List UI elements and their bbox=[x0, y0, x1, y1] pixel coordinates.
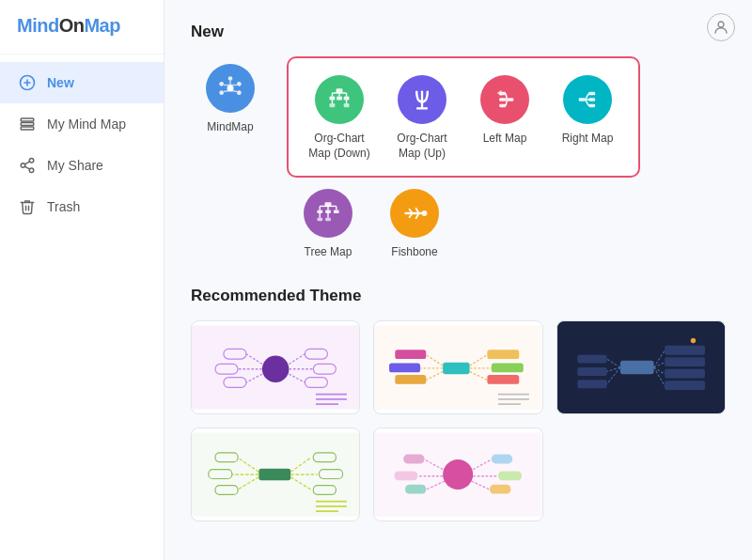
svg-rect-27 bbox=[344, 103, 350, 107]
svg-rect-88 bbox=[443, 362, 470, 373]
svg-rect-4 bbox=[21, 123, 34, 126]
spacer bbox=[191, 181, 270, 266]
logo: MindOnMap bbox=[17, 15, 147, 37]
svg-rect-52 bbox=[317, 210, 322, 214]
theme-card-2[interactable] bbox=[373, 320, 542, 414]
svg-rect-56 bbox=[325, 218, 331, 222]
org-chart-down-label: Org-Chart Map (Down) bbox=[306, 132, 373, 161]
templates-container: MindMap bbox=[191, 56, 726, 178]
template-mindmap[interactable]: MindMap bbox=[191, 56, 270, 141]
themes-grid bbox=[191, 320, 726, 521]
svg-rect-40 bbox=[499, 104, 506, 108]
svg-rect-107 bbox=[665, 357, 705, 366]
svg-rect-55 bbox=[317, 218, 322, 222]
svg-point-71 bbox=[262, 355, 290, 382]
svg-rect-148 bbox=[405, 484, 426, 493]
sidebar-item-trash-label: Trash bbox=[47, 199, 80, 214]
layers-icon bbox=[17, 114, 38, 134]
templates-row2: Tree Map Fishbone bbox=[191, 181, 726, 266]
svg-point-69 bbox=[422, 210, 428, 216]
svg-line-50 bbox=[586, 100, 589, 105]
svg-rect-116 bbox=[577, 380, 606, 388]
sidebar-item-new[interactable]: New bbox=[0, 62, 164, 103]
sidebar-item-my-share[interactable]: My Share bbox=[0, 145, 164, 186]
left-map-icon-circle bbox=[480, 75, 529, 124]
theme-card-5[interactable] bbox=[373, 428, 542, 521]
template-org-chart-up[interactable]: Org-Chart Map (Up) bbox=[383, 68, 462, 166]
svg-point-16 bbox=[228, 76, 233, 81]
trash-icon bbox=[17, 196, 38, 217]
theme-card-3[interactable] bbox=[556, 320, 726, 414]
sidebar: MindOnMap New bbox=[0, 0, 164, 560]
right-map-label: Right Map bbox=[562, 132, 614, 147]
svg-rect-54 bbox=[334, 210, 339, 214]
svg-rect-115 bbox=[577, 367, 606, 376]
svg-rect-150 bbox=[498, 471, 522, 480]
template-tree-map[interactable]: Tree Map bbox=[289, 181, 368, 266]
svg-rect-45 bbox=[588, 92, 595, 96]
sidebar-item-my-mind-map[interactable]: My Mind Map bbox=[0, 103, 164, 145]
mindmap-label: MindMap bbox=[207, 120, 253, 135]
svg-rect-25 bbox=[344, 97, 350, 101]
svg-rect-149 bbox=[492, 454, 512, 463]
svg-point-139 bbox=[443, 459, 473, 490]
svg-rect-98 bbox=[396, 350, 427, 359]
svg-rect-109 bbox=[665, 381, 705, 390]
svg-rect-99 bbox=[389, 363, 420, 372]
svg-line-9 bbox=[24, 166, 29, 169]
svg-rect-94 bbox=[488, 375, 520, 384]
sidebar-item-trash[interactable]: Trash bbox=[0, 186, 164, 227]
svg-rect-53 bbox=[325, 210, 331, 214]
template-right-map[interactable]: Right Map bbox=[548, 68, 627, 166]
svg-rect-24 bbox=[337, 97, 342, 101]
svg-rect-92 bbox=[488, 350, 520, 359]
nav-menu: New My Mind Map bbox=[0, 54, 164, 227]
svg-line-48 bbox=[586, 94, 589, 100]
svg-rect-100 bbox=[396, 375, 427, 384]
recommended-section-title: Recommended Theme bbox=[191, 287, 726, 305]
profile-button[interactable] bbox=[707, 13, 735, 41]
plus-circle-icon bbox=[17, 72, 38, 93]
share-icon bbox=[17, 155, 38, 176]
svg-rect-26 bbox=[330, 103, 336, 107]
svg-rect-93 bbox=[492, 363, 524, 372]
svg-rect-47 bbox=[588, 104, 595, 108]
right-map-icon-circle bbox=[563, 75, 612, 124]
mindmap-icon-circle bbox=[206, 64, 255, 113]
recommended-theme-section: Recommended Theme bbox=[191, 287, 726, 521]
org-chart-up-icon-circle bbox=[398, 75, 446, 124]
svg-rect-105 bbox=[620, 361, 654, 374]
svg-point-152 bbox=[718, 22, 724, 27]
svg-point-15 bbox=[237, 90, 242, 95]
template-org-chart-down[interactable]: Org-Chart Map (Down) bbox=[300, 68, 379, 166]
tree-map-icon-circle bbox=[304, 189, 352, 238]
sidebar-item-my-share-label: My Share bbox=[47, 158, 103, 173]
svg-rect-106 bbox=[665, 346, 705, 355]
svg-line-10 bbox=[24, 162, 29, 164]
logo-area: MindOnMap bbox=[0, 0, 164, 54]
svg-rect-122 bbox=[258, 469, 290, 480]
svg-line-43 bbox=[506, 100, 507, 105]
svg-point-13 bbox=[219, 90, 224, 95]
template-left-map[interactable]: Left Map bbox=[465, 68, 544, 166]
tree-map-label: Tree Map bbox=[305, 245, 352, 260]
svg-rect-46 bbox=[588, 98, 595, 101]
theme-card-1[interactable] bbox=[191, 320, 360, 414]
main-content: New bbox=[164, 0, 752, 560]
new-section-title: New bbox=[191, 23, 726, 41]
svg-rect-108 bbox=[665, 369, 705, 379]
org-chart-down-icon-circle bbox=[315, 75, 364, 124]
svg-rect-39 bbox=[499, 98, 506, 101]
template-fishbone[interactable]: Fishbone bbox=[375, 181, 454, 266]
svg-rect-44 bbox=[579, 98, 586, 101]
theme-card-4[interactable] bbox=[191, 428, 360, 521]
sidebar-item-new-label: New bbox=[47, 75, 74, 90]
svg-rect-3 bbox=[21, 118, 34, 121]
svg-point-12 bbox=[219, 82, 224, 86]
left-map-label: Left Map bbox=[483, 132, 527, 147]
svg-rect-23 bbox=[330, 97, 336, 101]
svg-rect-37 bbox=[507, 98, 513, 101]
highlighted-templates-box: Org-Chart Map (Down) Org-Chart Map (Up) bbox=[287, 56, 640, 178]
svg-point-120 bbox=[690, 338, 695, 343]
org-chart-up-label: Org-Chart Map (Up) bbox=[388, 132, 456, 161]
